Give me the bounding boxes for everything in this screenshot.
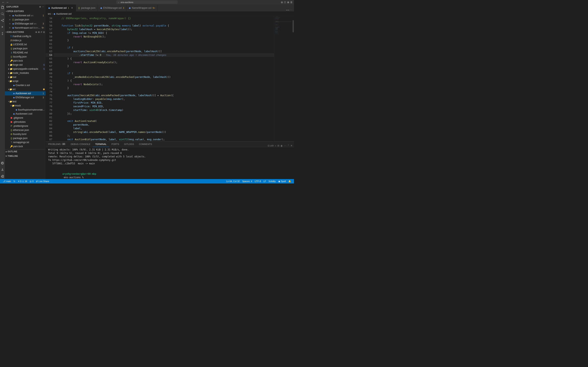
breadcrumb-file[interactable]: Auctioneer.sol bbox=[56, 12, 71, 15]
tab-auctioneer[interactable]: ◆ Auctioneer.sol 1 ✕ bbox=[46, 4, 76, 11]
line-ending-status[interactable]: LF bbox=[262, 179, 267, 184]
file-yarn-lock-2[interactable]: 🔑 yarn.lock bbox=[5, 144, 45, 149]
file-foundry-toml[interactable]: ⚙ foundry.toml bbox=[5, 132, 45, 136]
live-share[interactable]: ⇄ Live Share bbox=[35, 179, 51, 184]
tab-debug-console[interactable]: DEBUG CONSOLE bbox=[68, 141, 93, 147]
outline-header[interactable]: ▶ OUTLINE bbox=[5, 149, 45, 154]
file-yarn-lock[interactable]: 🔑 yarn.lock bbox=[5, 59, 45, 63]
tab-ensmanager[interactable]: ◆ ENSManager.sol 3 bbox=[98, 4, 126, 11]
back-button[interactable]: ← bbox=[2, 1, 5, 4]
file-remappings[interactable]: T remappings.txt bbox=[5, 140, 45, 144]
layout-icon-1[interactable]: ⊟ bbox=[281, 1, 283, 4]
forward-button[interactable]: → bbox=[6, 1, 9, 4]
errors-status[interactable]: ✕ 0 ⚠ 16 bbox=[17, 179, 28, 184]
file-prettierignore[interactable]: P .prettierignore bbox=[5, 124, 45, 128]
git-branch[interactable]: ⎇ main bbox=[2, 179, 12, 184]
badge-1: 1 bbox=[42, 14, 45, 17]
refresh-btn[interactable]: ↺ bbox=[40, 31, 42, 33]
new-file-btn[interactable]: ⊕ bbox=[35, 31, 37, 33]
folder-node-modules[interactable]: ▶ 📁 node_modules bbox=[5, 71, 45, 75]
position-status[interactable]: Ln 64, Col 32 bbox=[225, 179, 241, 184]
sidebar-header-icons: ⊕ ⋯ bbox=[39, 6, 44, 8]
split-terminal-icon[interactable]: ⊟ bbox=[277, 144, 279, 147]
close-icon[interactable]: ✕ bbox=[8, 27, 11, 29]
ens-auctions-header[interactable]: ▾ ENS-AUCTIONS ⊕ ⊞ ↺ ⊟ bbox=[5, 30, 45, 34]
spaces-status[interactable]: Spaces: 4 bbox=[241, 179, 253, 184]
open-editors-header[interactable]: ▾ Open Editors bbox=[5, 9, 45, 13]
file-tsconfig[interactable]: {} tsconfig.json bbox=[5, 55, 45, 59]
account-icon[interactable] bbox=[0, 167, 4, 172]
open-editor-ensmanager[interactable]: ✕ ◆ ENSManager.sol src 3 bbox=[5, 22, 45, 26]
file-base-registrar-mock[interactable]: ◆ BaseRegistrarImplementationMock.sol bbox=[5, 108, 45, 112]
layout-icon-4[interactable]: ☰ bbox=[290, 1, 292, 4]
new-folder-btn[interactable]: ⊞ bbox=[38, 31, 40, 33]
file-counter-sol[interactable]: ◆ Counter.s.sol bbox=[5, 83, 45, 87]
editor-scrollbar[interactable] bbox=[292, 16, 294, 141]
layout-icon-3[interactable]: ⊞ bbox=[287, 1, 289, 4]
search-box[interactable]: ⌕ ens-auctions bbox=[116, 0, 178, 4]
tab-gitlogs[interactable]: GITLOGS bbox=[122, 141, 137, 147]
close-tab-icon[interactable]: ✕ bbox=[70, 6, 74, 9]
folder-out[interactable]: ▶ 📁 out bbox=[5, 75, 45, 79]
watch-status[interactable]: ◉ Spell bbox=[277, 179, 287, 184]
explorer-icon[interactable] bbox=[0, 5, 4, 9]
file-license[interactable]: 🔒 LICENSE.txt bbox=[5, 42, 45, 47]
folder-forge-std[interactable]: ▶ 📁 forge-std S bbox=[5, 63, 45, 67]
notifications[interactable]: 🔔 bbox=[287, 179, 292, 184]
tab-namewrapper[interactable]: ◆ NameWrapper.sol 9+ bbox=[126, 4, 157, 11]
tab-problems[interactable]: PROBLEMS 16 bbox=[46, 141, 68, 147]
timeline-header[interactable]: ▶ TIMELINE bbox=[5, 154, 45, 158]
extensions-icon[interactable] bbox=[0, 31, 4, 35]
folder-mock[interactable]: ▾ 📁 mock bbox=[5, 104, 45, 108]
tab-package-json[interactable]: {} package.json bbox=[76, 4, 98, 11]
file-readme[interactable]: ℹ README.md bbox=[5, 50, 45, 55]
split-editor-icon[interactable]: ⟺ bbox=[286, 9, 289, 11]
file-auctioneer-active[interactable]: ◆ Auctioneer.sol 1 bbox=[5, 91, 45, 95]
tab-comments[interactable]: COMMENTS bbox=[136, 141, 154, 147]
file-auctioneer-t[interactable]: ◆ Auctioneer.t.sol bbox=[5, 112, 45, 116]
close-icon[interactable]: ✕ bbox=[8, 23, 11, 25]
folder-test[interactable]: ▾ 📁 test bbox=[5, 100, 45, 104]
encoding-status[interactable]: UTF-8 bbox=[253, 179, 262, 184]
new-terminal-icon[interactable]: + bbox=[275, 145, 276, 147]
more-icon[interactable]: ⋯ bbox=[42, 6, 44, 8]
file-etherscan[interactable]: {} etherscan.json bbox=[5, 128, 45, 132]
close-icon[interactable]: ✕ bbox=[8, 18, 11, 21]
layout-icon-2[interactable]: ☐ bbox=[284, 1, 286, 4]
sync-status[interactable]: ↻ bbox=[12, 179, 17, 184]
file-package-json[interactable]: {} package.json bbox=[5, 47, 45, 50]
folder-src[interactable]: ▾ 📁 src bbox=[5, 87, 45, 91]
git-changes[interactable]: ◎ 0 bbox=[28, 179, 35, 184]
close-icon[interactable]: ✕ bbox=[8, 15, 11, 17]
more-terminal-icon[interactable]: ⋯ bbox=[284, 144, 286, 147]
file-gitignore[interactable]: ⬟ .gitignore bbox=[5, 116, 45, 120]
code-content[interactable]: // ENSManager(ens, ensRegistry, nameWrap… bbox=[53, 16, 274, 141]
collapse-btn[interactable]: ⊟ bbox=[43, 31, 45, 33]
open-editor-package[interactable]: ✕ {} package.json bbox=[5, 17, 45, 22]
tab-terminal[interactable]: TERMINAL bbox=[93, 141, 109, 147]
new-file-icon[interactable]: ⊕ bbox=[39, 6, 41, 8]
panel-right-icons: ⊡ zsh + ⊟ 🗑 ⋯ ⌃ ✕ bbox=[266, 144, 294, 147]
chevron-up-icon[interactable]: ⌃ bbox=[287, 144, 289, 147]
open-editor-namewrapper[interactable]: ✕ ◆ NameWrapper.sol lib/ens-contracts/co… bbox=[5, 26, 45, 30]
folder-openzeppelin[interactable]: ▶ 📁 openzeppelin-contracts S bbox=[5, 67, 45, 71]
kill-terminal-icon[interactable]: 🗑 bbox=[281, 145, 283, 147]
breadcrumb-src[interactable]: src bbox=[48, 12, 51, 15]
file-hardhat-config[interactable]: TS hardhat.config.ts bbox=[5, 34, 45, 38]
scrollbar-thumb[interactable] bbox=[293, 20, 294, 33]
search-icon-activity[interactable] bbox=[0, 12, 4, 16]
file-ensmanager-sol[interactable]: ◆ ENSManager.sol 3 bbox=[5, 95, 45, 100]
file-gitmodules[interactable]: ⬟ .gitmodules bbox=[5, 120, 45, 124]
remote-icon[interactable] bbox=[0, 161, 4, 165]
more-actions-icon[interactable]: ⋯ bbox=[290, 9, 292, 11]
file-package-json-2[interactable]: {} package.json bbox=[5, 136, 45, 140]
source-control-icon[interactable] bbox=[0, 18, 4, 22]
tab-ports[interactable]: PORTS bbox=[109, 141, 122, 147]
file-index-js[interactable]: JS index.js bbox=[5, 38, 45, 42]
language-status[interactable]: Solidity bbox=[267, 179, 277, 184]
open-editor-auctioneer[interactable]: ✕ ◆ Auctioneer.sol src 1 bbox=[5, 13, 45, 17]
run-debug-icon[interactable] bbox=[0, 25, 4, 29]
settings-icon[interactable] bbox=[0, 174, 4, 178]
close-panel-icon[interactable]: ✕ bbox=[291, 144, 292, 147]
folder-script[interactable]: ▾ 📁 script bbox=[5, 79, 45, 83]
